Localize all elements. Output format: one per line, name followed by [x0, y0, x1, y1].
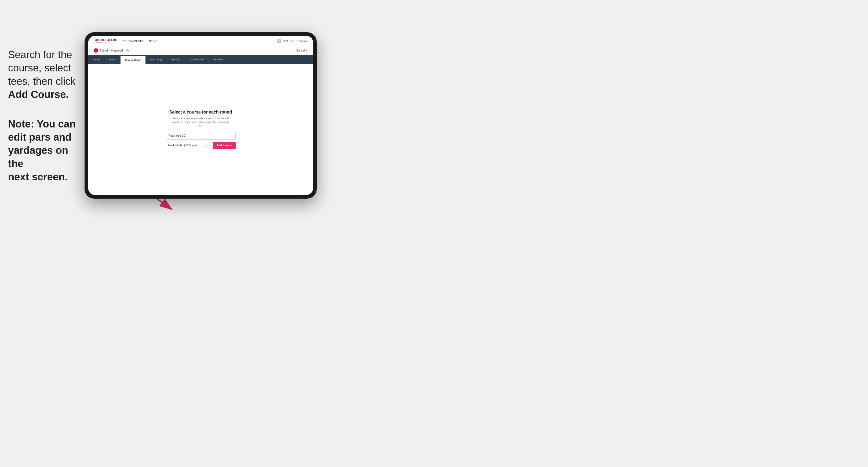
cancel-button[interactable]: Cancel ✕: [296, 49, 308, 52]
tab-tee-groups[interactable]: Tee Groups: [146, 55, 167, 64]
tab-details[interactable]: Details: [88, 55, 105, 64]
tab-teams[interactable]: Teams: [105, 55, 121, 64]
annotation-left: Search for thecourse, selecttees, then c…: [8, 48, 86, 184]
clippd-icon: C: [94, 48, 98, 53]
tab-course-setup[interactable]: Course Setup: [121, 56, 146, 64]
tee-value: Gold (M) (M) (7010 yds): [168, 144, 197, 147]
annotation-note: Note: You can edit pars and yardages on …: [8, 118, 86, 184]
user-avatar: T: [277, 39, 282, 43]
tablet-frame: SCOREBOARD Powered by clippd TOURNAMENTS…: [85, 32, 317, 198]
chevron-down-icon: ▼: [204, 146, 206, 147]
course-search-input[interactable]: [166, 132, 236, 139]
logo: SCOREBOARD Powered by clippd: [94, 39, 118, 43]
section-description: Search for a course and select a tee. Yo…: [171, 117, 230, 128]
tablet-screen: SCOREBOARD Powered by clippd TOURNAMENTS…: [88, 36, 313, 195]
add-course-button[interactable]: Add Course: [213, 142, 236, 149]
tournament-category: (Men): [125, 49, 132, 52]
tee-select-icons: ▲ ▼: [204, 143, 206, 147]
nav-teams[interactable]: TEAMS: [148, 40, 158, 42]
tee-select-wrapper[interactable]: Gold (M) (M) (7010 yds) ▲ ▼: [166, 142, 208, 149]
nav-tournaments[interactable]: TOURNAMENTS: [123, 40, 143, 42]
user-name: Test User: [284, 40, 294, 42]
tournament-header: C Clippd Invitational (Men) Cancel ✕: [88, 46, 313, 55]
signout-link[interactable]: Sign out: [299, 40, 308, 42]
top-nav: SCOREBOARD Powered by clippd TOURNAMENTS…: [88, 36, 313, 46]
tab-results[interactable]: Results: [167, 55, 184, 64]
main-content: Select a course for each round Search fo…: [88, 64, 313, 195]
tee-select-display: Gold (M) (M) (7010 yds): [166, 142, 208, 149]
nav-left: SCOREBOARD Powered by clippd TOURNAMENTS…: [94, 39, 158, 43]
section-title: Select a course for each round: [169, 110, 232, 115]
nav-separator: |: [296, 40, 297, 42]
chevron-up-icon: ▲: [204, 143, 206, 145]
nav-right: T Test User | Sign out: [277, 39, 308, 43]
annotation-text: Search for thecourse, selecttees, then c…: [8, 49, 75, 100]
tab-printables[interactable]: Printables: [208, 55, 228, 64]
tab-bar: Details Teams Course Setup Tee Groups Re…: [88, 55, 313, 64]
tee-select-row: Gold (M) (M) (7010 yds) ▲ ▼ ✕ Add Course: [166, 142, 236, 149]
tab-leaderboards[interactable]: Leaderboards: [184, 55, 208, 64]
tournament-title: C Clippd Invitational (Men): [94, 48, 132, 53]
tournament-name: Clippd Invitational: [100, 49, 123, 52]
clear-tee-icon[interactable]: ✕: [209, 144, 211, 147]
